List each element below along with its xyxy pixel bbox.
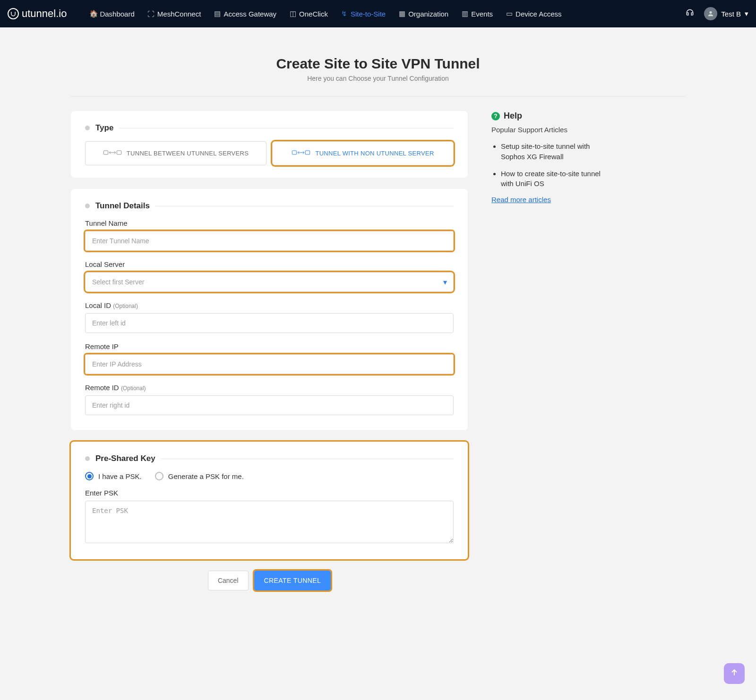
type-non-utunnel-server[interactable]: TUNNEL WITH NON UTUNNEL SERVER <box>272 141 454 165</box>
page-header: Create Site to Site VPN Tunnel Here you … <box>71 46 685 97</box>
nav-oneclick[interactable]: ◫ OneClick <box>284 6 334 22</box>
nav-dashboard[interactable]: 🏠 Dashboard <box>85 6 140 22</box>
remote-ip-label: Remote IP <box>85 342 454 350</box>
enter-psk-label: Enter PSK <box>85 489 454 497</box>
server-external-icon <box>292 148 310 158</box>
nav-organization[interactable]: ▦ Organization <box>393 6 454 22</box>
nav-events[interactable]: ▥ Events <box>456 6 498 22</box>
help-question-icon: ? <box>491 112 500 120</box>
chevron-down-icon: ▾ <box>745 9 748 18</box>
nav-meshconnect[interactable]: ⛶ MeshConnect <box>142 6 207 22</box>
local-id-input[interactable] <box>85 313 454 333</box>
page-title: Create Site to Site VPN Tunnel <box>71 56 685 72</box>
tunnel-name-label: Tunnel Name <box>85 219 454 227</box>
user-name: Test B <box>721 10 741 18</box>
local-server-label: Local Server <box>85 260 454 268</box>
form-actions: Cancel CREATE TUNNEL <box>71 571 468 590</box>
org-icon: ▦ <box>399 10 405 17</box>
type-card: Type TUNNEL BETWEEN UTUNNEL SERVERS <box>71 111 468 178</box>
tunnel-name-input[interactable] <box>85 231 454 251</box>
sitetosite-icon: ↯ <box>341 10 348 17</box>
psk-section-title: Pre-Shared Key <box>95 454 155 463</box>
svg-rect-1 <box>103 151 108 154</box>
remote-ip-input[interactable] <box>85 354 454 374</box>
section-marker-icon <box>85 204 90 208</box>
svg-point-0 <box>710 11 712 14</box>
radio-checked-icon <box>85 472 94 480</box>
nav-right: Test B ▾ <box>685 7 748 20</box>
brand-text: utunnel.io <box>22 8 67 20</box>
help-article-list: Setup site-to-site tunnel with Sophos XG… <box>491 141 610 189</box>
nav-items: 🏠 Dashboard ⛶ MeshConnect ▤ Access Gatew… <box>85 6 567 22</box>
local-server-select[interactable]: ▾ <box>85 272 454 292</box>
tunnel-details-card: Tunnel Details Tunnel Name Local Server … <box>71 189 468 430</box>
svg-rect-4 <box>306 151 310 154</box>
remote-id-label: Remote ID (Optional) <box>85 384 454 392</box>
main-column: Type TUNNEL BETWEEN UTUNNEL SERVERS <box>71 111 468 590</box>
local-id-label: Local ID (Optional) <box>85 301 454 309</box>
servers-icon <box>103 148 122 158</box>
svg-rect-3 <box>292 151 297 154</box>
help-subtitle: Popular Support Articles <box>491 126 610 134</box>
type-section-title: Type <box>95 123 113 133</box>
page: Create Site to Site VPN Tunnel Here you … <box>47 27 709 628</box>
home-icon: 🏠 <box>90 10 97 17</box>
mesh-icon: ⛶ <box>148 10 155 17</box>
psk-card: Pre-Shared Key I have a PSK. Generate a … <box>71 442 468 559</box>
events-icon: ▥ <box>462 10 468 17</box>
nav-site-to-site[interactable]: ↯ Site-to-Site <box>335 6 391 22</box>
remote-id-input[interactable] <box>85 395 454 415</box>
type-utunnel-servers[interactable]: TUNNEL BETWEEN UTUNNEL SERVERS <box>85 141 266 165</box>
section-marker-icon <box>85 456 90 461</box>
create-tunnel-button[interactable]: CREATE TUNNEL <box>254 571 331 590</box>
page-subtitle: Here you can Choose your Tunnel Configur… <box>71 75 685 82</box>
avatar-icon <box>704 7 717 20</box>
help-article-item[interactable]: How to create site-to-site tunnel with U… <box>501 169 610 189</box>
support-icon[interactable] <box>685 8 695 19</box>
read-more-link[interactable]: Read more articles <box>491 196 551 204</box>
oneclick-icon: ◫ <box>290 10 296 17</box>
radio-unchecked-icon <box>155 472 163 480</box>
user-menu[interactable]: Test B ▾ <box>704 7 748 20</box>
top-navbar: utunnel.io 🏠 Dashboard ⛶ MeshConnect ▤ A… <box>0 0 756 27</box>
help-title: ? Help <box>491 111 610 121</box>
cancel-button[interactable]: Cancel <box>208 571 249 590</box>
section-marker-icon <box>85 126 90 130</box>
gateway-icon: ▤ <box>214 10 221 17</box>
psk-textarea[interactable] <box>85 501 454 543</box>
details-section-title: Tunnel Details <box>95 201 150 211</box>
svg-rect-2 <box>117 151 121 154</box>
local-server-value[interactable] <box>85 272 454 292</box>
psk-have-radio[interactable]: I have a PSK. <box>85 472 142 480</box>
psk-generate-radio[interactable]: Generate a PSK for me. <box>155 472 244 480</box>
nav-access-gateway[interactable]: ▤ Access Gateway <box>208 6 282 22</box>
brand-logo[interactable]: utunnel.io <box>8 8 67 20</box>
brand-icon <box>8 8 19 19</box>
nav-device-access[interactable]: ▭ Device Access <box>500 6 567 22</box>
help-sidebar: ? Help Popular Support Articles Setup si… <box>491 111 610 204</box>
device-icon: ▭ <box>506 10 513 17</box>
help-article-item[interactable]: Setup site-to-site tunnel with Sophos XG… <box>501 141 610 162</box>
